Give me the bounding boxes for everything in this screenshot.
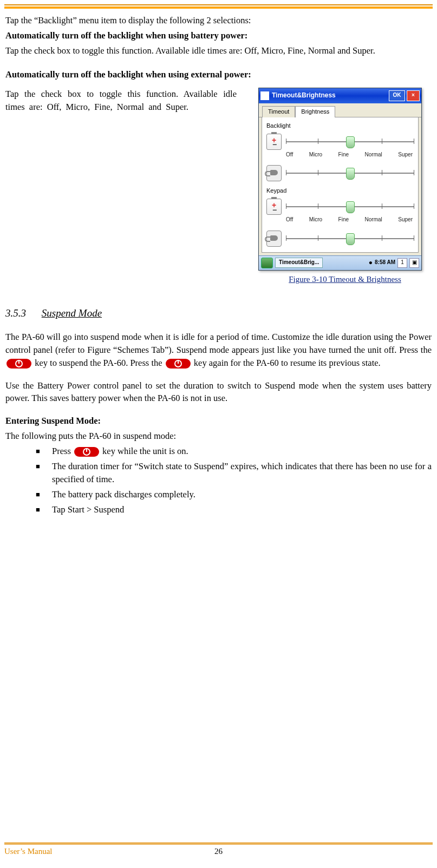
bullet-2: The duration timer for “Switch state to … (52, 460, 432, 486)
entering-intro: The following puts the PA-60 in suspend … (5, 430, 432, 443)
heading-external: Automatically turn off the backlight whe… (5, 68, 432, 81)
tab-timeout[interactable]: Timeout (262, 106, 295, 117)
tab-panel: Backlight +− (262, 117, 419, 253)
suspend-para2: Use the Battery Power control panel to s… (5, 379, 432, 405)
tick-normal: Normal (365, 216, 382, 224)
section-title: Suspend Mode (42, 307, 102, 319)
footer-page-number: 26 (214, 847, 223, 856)
bullet-list: Press key while the unit is on. The dura… (5, 445, 432, 516)
section-number: 3.5.3 (5, 307, 26, 319)
taskbar-app[interactable]: Timeout&Brig... (275, 258, 323, 268)
bullet-1: Press key while the unit is on. (52, 445, 432, 458)
page-footer: User’s Manual 26 (4, 843, 433, 856)
footer-manual-label: User’s Manual (4, 847, 219, 856)
backlight-battery-slider[interactable] (286, 135, 414, 148)
group-backlight-label: Backlight (266, 122, 414, 130)
spacer (5, 60, 432, 66)
start-button[interactable] (261, 258, 273, 268)
power-key-icon (6, 359, 31, 369)
tray-icon[interactable]: ● (369, 258, 373, 267)
backlight-battery-ticks: Off Micro Fine Normal Super (285, 151, 414, 162)
backlight-plug-row (266, 165, 414, 181)
window-title: Timeout&Brightness (272, 91, 387, 100)
tick-fine: Fine (338, 151, 349, 159)
battery-icon: +− (266, 199, 282, 215)
keypad-plug-slider[interactable] (286, 232, 414, 245)
power-key-icon (166, 359, 191, 369)
figure-caption: Figure 3-10 Timeout & Brightness (258, 274, 432, 286)
tick-micro: Micro (309, 216, 322, 224)
taskbar-indicator[interactable]: 1 (397, 258, 407, 268)
backlight-plug-slider[interactable] (286, 167, 414, 180)
tick-micro: Micro (309, 151, 322, 159)
header-rule-thin (4, 4, 433, 5)
taskbar-desktop-icon[interactable]: ▣ (409, 258, 419, 268)
tick-fine: Fine (338, 216, 349, 224)
spacer (5, 407, 432, 412)
para-battery: Tap the check box to toggle this functio… (5, 44, 432, 57)
bullet-4: Tap Start > Suspend (52, 503, 432, 516)
taskbar: Timeout&Brig... ● 8:58 AM 1 ▣ (259, 255, 421, 270)
tick-normal: Normal (365, 151, 382, 159)
window-icon (260, 91, 269, 100)
tick-off: Off (286, 151, 293, 159)
text: key to suspend the PA-60. Press the (35, 358, 165, 368)
text: Press (52, 446, 73, 456)
taskbar-time: 8:58 AM (375, 259, 395, 267)
tick-off: Off (286, 216, 293, 224)
header-rule-thick (4, 6, 433, 9)
tab-brightness[interactable]: Brightness (295, 106, 335, 117)
backlight-battery-row: +− (266, 134, 414, 150)
battery-icon: +− (266, 134, 282, 150)
heading-battery: Automatically turn off the backlight whe… (5, 29, 432, 42)
text: key while the unit is on. (102, 446, 188, 456)
ok-button[interactable]: OK (389, 90, 405, 101)
power-key-icon (74, 447, 99, 457)
plug-icon (266, 231, 282, 247)
keypad-battery-slider[interactable] (286, 200, 414, 213)
keypad-battery-ticks: Off Micro Fine Normal Super (285, 216, 414, 227)
section-heading: 3.5.3 Suspend Mode (5, 306, 432, 321)
plug-icon (266, 165, 282, 181)
group-keypad-label: Keypad (266, 187, 414, 195)
text: The PA-60 will go into suspend mode when… (5, 332, 432, 355)
close-button[interactable]: × (407, 90, 420, 101)
para-external: Tap the check box to toggle this functio… (5, 88, 237, 114)
entering-heading: Entering Suspend Mode: (5, 415, 432, 428)
tick-super: Super (398, 216, 413, 224)
spacer (5, 372, 432, 377)
bullet-3: The battery pack discharges completely. (52, 488, 432, 501)
keypad-battery-row: +− (266, 199, 414, 215)
tab-strip: Timeout Brightness (259, 103, 421, 117)
screenshot-window: Timeout&Brightness OK × Timeout Brightne… (258, 88, 422, 271)
suspend-para1: The PA-60 will go into suspend mode when… (5, 331, 432, 370)
text: key again for the PA-60 to resume its pr… (194, 358, 381, 368)
titlebar: Timeout&Brightness OK × (259, 88, 421, 103)
intro-line: Tap the “Backlight” menu item to display… (5, 14, 432, 27)
tick-super: Super (398, 151, 413, 159)
keypad-plug-row (266, 231, 414, 247)
